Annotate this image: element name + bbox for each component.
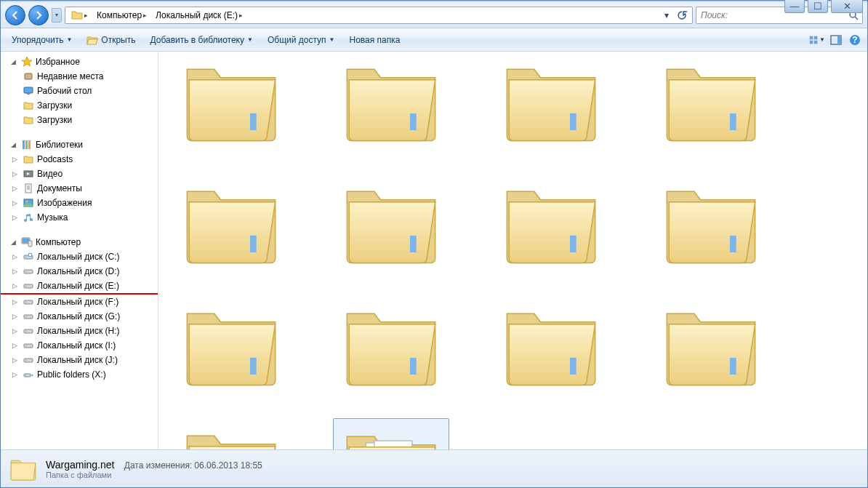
folder-item[interactable] [173,52,289,152]
folder-item[interactable]: Wargaming.net [333,418,449,449]
sidebar-item-drive[interactable]: ▷Локальный диск (F:) [1,295,158,309]
tree-label: Локальный диск (H:) [37,326,120,336]
sidebar-item-drive[interactable]: ▷Локальный диск (D:) [1,264,158,279]
tree-label: Рабочий стол [37,86,92,96]
svg-point-37 [25,345,27,347]
folder-item[interactable] [173,296,289,396]
breadcrumb-dropdown[interactable]: ▾ [659,8,674,23]
sidebar-item-drive[interactable]: ▷Локальный диск (J:) [1,353,158,367]
sidebar-item-drive[interactable]: ▷Локальный диск (I:) [1,338,158,353]
sidebar-item-downloads[interactable]: Загрузки [1,98,158,113]
tree-label: Загрузки [37,100,72,111]
recent-pages-dropdown[interactable]: ▾ [52,8,62,23]
refresh-button[interactable] [675,8,689,23]
svg-rect-38 [24,359,33,362]
window-controls: — ☐ ✕ [784,0,863,13]
drive-icon [23,369,34,380]
sidebar-item-drive[interactable]: ▷Public folders (X:) [1,367,158,382]
svg-point-23 [25,257,27,258]
folder-item[interactable] [493,52,609,152]
toolbar-label: Упорядочить [12,35,63,45]
breadcrumb-root-icon[interactable]: ▸ [67,7,92,23]
svg-text:?: ? [852,35,857,45]
sidebar-item-downloads-2[interactable]: Загрузки [1,113,158,127]
status-name: Wargaming.net [46,459,114,471]
view-button[interactable]: ▼ [809,32,825,48]
folder-item[interactable] [653,296,769,396]
sidebar-item-drive[interactable]: ▷Локальный диск (G:) [1,309,158,324]
drive-icon [23,325,34,337]
documents-icon [23,183,34,194]
folder-item[interactable] [173,174,289,274]
new-folder-button[interactable]: Новая папка [342,31,406,49]
tree-label: Документы [37,183,82,193]
tree-label: Компьютер [36,237,81,247]
preview-pane-button[interactable] [828,32,844,48]
sidebar-item-drive[interactable]: ▷Локальный диск (E:) [1,279,158,295]
svg-point-27 [25,271,27,273]
favorites-header[interactable]: ◢ Избранное [1,55,158,69]
explorer-window: — ☐ ✕ ▾ ▸ Компьютер ▸ Локальный диск (E:… [0,0,868,488]
drive-icon [23,280,34,292]
folder-icon [23,153,34,165]
sidebar-item-pictures[interactable]: ▷Изображения [1,196,158,210]
sidebar-item-desktop[interactable]: Рабочий стол [1,84,158,98]
sidebar-item-music[interactable]: ▷Музыка [1,210,158,225]
close-button[interactable]: ✕ [831,0,863,13]
breadcrumb-item-computer[interactable]: Компьютер ▸ [92,7,151,23]
back-button[interactable] [5,5,25,25]
computer-header[interactable]: ◢ Компьютер [1,235,158,249]
tree-label: Изображения [37,198,92,208]
minimize-button[interactable]: — [784,0,805,13]
svg-point-35 [25,331,27,332]
folder-item[interactable] [493,296,609,396]
breadcrumb-label: Компьютер [97,10,142,20]
libraries-header[interactable]: ◢ Библиотеки [1,137,158,152]
computer-icon [21,236,33,248]
folder-item[interactable] [493,174,609,274]
sidebar-item-drive[interactable]: ▷Локальный диск (H:) [1,324,158,338]
open-button[interactable]: Открыть [80,31,142,49]
forward-button[interactable] [28,5,49,25]
svg-rect-51 [410,358,417,375]
svg-rect-47 [410,236,417,252]
sidebar-item-drive[interactable]: ▷Локальный диск (C:) [1,249,158,264]
arrow-left-icon [11,11,20,20]
svg-rect-3 [810,40,813,44]
tree-label: Podcasts [37,154,73,164]
sidebar-item-video[interactable]: ▷Видео [1,167,158,181]
add-library-button[interactable]: Добавить в библиотеку ▼ [143,31,259,49]
tree-label: Локальный диск (J:) [37,355,118,365]
tree-label: Локальный диск (G:) [37,311,120,321]
sidebar-item-recent[interactable]: Недавние места [1,69,158,84]
folder-item[interactable] [333,52,449,152]
svg-rect-1 [810,36,813,39]
svg-rect-6 [837,36,841,44]
svg-rect-4 [814,40,818,44]
content-area[interactable]: Wargaming.net [158,52,867,449]
status-modified-value: 06.06.2013 18:55 [194,460,262,471]
organize-button[interactable]: Упорядочить ▼ [5,31,79,49]
svg-rect-43 [410,113,417,130]
folder-item[interactable] [653,52,769,152]
breadcrumb-item-drive[interactable]: Локальный диск (E:) ▸ [151,7,247,23]
folder-icon [23,114,34,126]
folder-item[interactable] [653,174,769,274]
sidebar-item-podcasts[interactable]: ▷Podcasts [1,152,158,167]
tree-label: Видео [37,169,63,179]
sidebar-item-documents[interactable]: ▷Документы [1,181,158,196]
breadcrumb[interactable]: ▸ Компьютер ▸ Локальный диск (E:) ▸ ▾ [65,7,693,24]
folder-item[interactable] [333,296,449,396]
svg-rect-25 [29,254,31,256]
folder-item[interactable] [333,174,449,274]
folder-icon [71,9,83,21]
arrow-right-icon [34,11,43,20]
help-button[interactable]: ? [847,32,863,48]
share-button[interactable]: Общий доступ ▼ [261,31,342,49]
folder-item[interactable] [173,418,289,449]
maximize-button[interactable]: ☐ [808,0,828,13]
svg-rect-2 [814,36,818,39]
svg-rect-53 [730,358,736,375]
drive-icon [23,251,34,263]
svg-rect-16 [25,184,31,193]
